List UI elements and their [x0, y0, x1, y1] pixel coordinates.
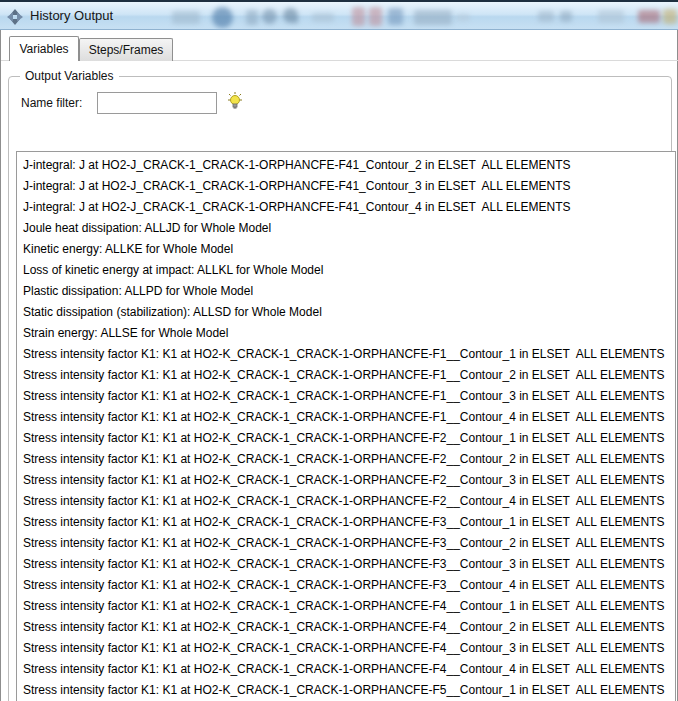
- list-item[interactable]: Kinetic energy: ALLKE for Whole Model: [17, 239, 675, 260]
- list-item[interactable]: Stress intensity factor K1: K1 at HO2-K_…: [17, 491, 675, 512]
- dialog-body: Variables Steps/Frames Output Variables …: [0, 30, 678, 701]
- list-item[interactable]: Stress intensity factor K1: K1 at HO2-K_…: [17, 428, 675, 449]
- list-item[interactable]: Stress intensity factor K1: K1 at HO2-K_…: [17, 680, 675, 701]
- list-item[interactable]: Strain energy: ALLSE for Whole Model: [17, 323, 675, 344]
- history-output-dialog: History Output Variables Steps/Frames Ou…: [0, 0, 678, 701]
- list-item[interactable]: Stress intensity factor K1: K1 at HO2-K_…: [17, 386, 675, 407]
- list-item[interactable]: Stress intensity factor K1: K1 at HO2-K_…: [17, 533, 675, 554]
- list-item[interactable]: J-integral: J at HO2-J_CRACK-1_CRACK-1-O…: [17, 176, 675, 197]
- list-item[interactable]: Stress intensity factor K1: K1 at HO2-K_…: [17, 344, 675, 365]
- list-item[interactable]: J-integral: J at HO2-J_CRACK-1_CRACK-1-O…: [17, 155, 675, 176]
- list-item[interactable]: Joule heat dissipation: ALLJD for Whole …: [17, 218, 675, 239]
- list-item[interactable]: Static dissipation (stabilization): ALLS…: [17, 302, 675, 323]
- titlebar[interactable]: History Output: [0, 0, 678, 30]
- list-item[interactable]: Stress intensity factor K1: K1 at HO2-K_…: [17, 596, 675, 617]
- name-filter-input[interactable]: [97, 92, 217, 114]
- groupbox-title: Output Variables: [20, 69, 119, 84]
- history-output-icon: [7, 9, 23, 25]
- output-variables-list[interactable]: J-integral: J at HO2-J_CRACK-1_CRACK-1-O…: [16, 151, 676, 701]
- lightbulb-icon: [226, 99, 244, 114]
- tab-steps-frames[interactable]: Steps/Frames: [79, 38, 173, 61]
- list-item[interactable]: Loss of kinetic energy at impact: ALLKL …: [17, 260, 675, 281]
- list-item[interactable]: Stress intensity factor K1: K1 at HO2-K_…: [17, 575, 675, 596]
- list-item[interactable]: Stress intensity factor K1: K1 at HO2-K_…: [17, 638, 675, 659]
- window-title: History Output: [30, 2, 113, 30]
- list-item[interactable]: Stress intensity factor K1: K1 at HO2-K_…: [17, 449, 675, 470]
- list-item[interactable]: J-integral: J at HO2-J_CRACK-1_CRACK-1-O…: [17, 197, 675, 218]
- list-item[interactable]: Stress intensity factor K1: K1 at HO2-K_…: [17, 554, 675, 575]
- list-item[interactable]: Stress intensity factor K1: K1 at HO2-K_…: [17, 407, 675, 428]
- list-item[interactable]: Stress intensity factor K1: K1 at HO2-K_…: [17, 512, 675, 533]
- name-filter-label: Name filter:: [21, 96, 82, 110]
- list-item[interactable]: Stress intensity factor K1: K1 at HO2-K_…: [17, 659, 675, 680]
- list-item[interactable]: Plastic dissipation: ALLPD for Whole Mod…: [17, 281, 675, 302]
- list-item[interactable]: Stress intensity factor K1: K1 at HO2-K_…: [17, 617, 675, 638]
- list-item[interactable]: Stress intensity factor K1: K1 at HO2-K_…: [17, 470, 675, 491]
- output-variables-groupbox: Output Variables Name filter:: [8, 76, 672, 701]
- filter-tip-button[interactable]: [225, 91, 245, 113]
- list-item[interactable]: Stress intensity factor K1: K1 at HO2-K_…: [17, 365, 675, 386]
- tab-variables[interactable]: Variables: [9, 36, 79, 61]
